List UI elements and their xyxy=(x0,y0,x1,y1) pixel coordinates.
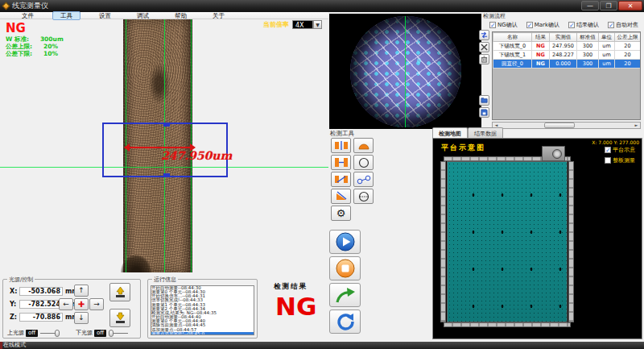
minimize-button[interactable]: — xyxy=(581,1,599,10)
table-cell: 20 xyxy=(615,42,641,51)
checkbox-icon[interactable]: ✓ xyxy=(608,22,614,28)
checkbox-icon[interactable]: ✓ xyxy=(605,147,611,153)
checkbox-平台示意[interactable]: ✓平台示意 xyxy=(605,146,635,154)
tool-linewidth-3[interactable] xyxy=(331,172,351,187)
map-coordinates: X: 7.000 Y: 277.000 xyxy=(592,139,639,145)
lower-light-state[interactable]: off xyxy=(94,330,106,337)
table-header-单位[interactable]: 单位 xyxy=(599,33,615,42)
tool-arc[interactable] xyxy=(353,138,374,153)
jog-right-button[interactable]: → xyxy=(89,298,104,310)
table-cell: NG xyxy=(532,60,550,69)
log-list[interactable]: 开始自动测量--08:44:30测量第0 个单元--08:44:30开始切换倍率… xyxy=(151,285,254,335)
scroll-thumb[interactable] xyxy=(544,123,575,128)
camera-param-row: W 标准:300um xyxy=(6,35,64,43)
table-cell: 10 xyxy=(641,60,642,69)
roi-tick-bottom xyxy=(163,173,170,177)
checkbox-Mark确认[interactable]: ✓Mark确认 xyxy=(526,21,559,29)
checkbox-icon[interactable]: ✓ xyxy=(489,22,496,28)
camera-view[interactable]: 247.950um NG W 标准:300um公差上限:20%公差下限:10% … xyxy=(0,19,328,272)
table-cell: 300 xyxy=(577,42,599,51)
menu-item-工具[interactable]: 工具 xyxy=(52,11,80,20)
map-checkboxes: ✓平台示意整板测量 xyxy=(605,146,635,167)
flow-icon-strip xyxy=(479,30,491,119)
table-header-公差上限[interactable]: 公差上限 xyxy=(615,33,641,42)
camera-params: W 标准:300um公差上限:20%公差下限:10% xyxy=(6,35,64,57)
table-cell: 300 xyxy=(577,51,599,60)
magnification-select[interactable]: 4X xyxy=(292,20,313,29)
stop-button[interactable] xyxy=(329,256,361,280)
menu-bar: 文件工具设置调试帮助关于 xyxy=(0,12,328,19)
magnification-dropdown-icon[interactable]: ▼ xyxy=(313,20,322,29)
table-row[interactable]: 圆直径_0NG0.000300um2010% xyxy=(493,60,642,69)
camera-lens-icon xyxy=(552,149,562,159)
menu-item-文件[interactable]: 文件 xyxy=(14,12,41,19)
menu-item-关于[interactable]: 关于 xyxy=(205,12,232,19)
delete-icon[interactable] xyxy=(479,42,489,52)
tool-diameter[interactable] xyxy=(353,189,374,204)
param-value: 20% xyxy=(43,43,58,50)
table-scrollbar[interactable]: ◄ ► xyxy=(492,122,641,129)
reset-button[interactable] xyxy=(329,310,361,334)
scroll-right-icon[interactable]: ► xyxy=(633,123,640,128)
menu-item-调试[interactable]: 调试 xyxy=(130,12,156,19)
checkbox-icon[interactable]: ✓ xyxy=(526,22,533,28)
checkbox-整板测量[interactable]: 整板测量 xyxy=(605,156,635,164)
table-cell: um xyxy=(599,42,615,51)
status-text: 在线模式 xyxy=(3,342,26,348)
maximize-button[interactable]: ❐ xyxy=(600,1,617,10)
camera-result-overlay: NG xyxy=(6,21,26,35)
start-measure-button[interactable] xyxy=(329,230,361,254)
settings-gear-icon[interactable]: ⚙ xyxy=(331,206,351,221)
checkbox-icon[interactable]: ✓ xyxy=(568,22,575,28)
save-icon[interactable] xyxy=(479,107,489,118)
bottom-panel: 光源/控制 X:-503.068mmY:-782.524mmZ:-70.886m… xyxy=(0,272,328,342)
table-header-名称[interactable]: 名称 xyxy=(493,33,532,42)
log-line[interactable]: 测量点添加完毕!--08:45:0 xyxy=(151,332,254,335)
table-cell: 10 xyxy=(641,42,642,51)
table-row[interactable]: 下锡线宽_0NG247.950300um2010% xyxy=(493,42,642,51)
checkbox-icon[interactable] xyxy=(605,157,611,164)
checkbox-NG确认[interactable]: ✓NG确认 xyxy=(489,21,518,29)
tool-circle[interactable] xyxy=(353,155,374,170)
tool-circle-distance[interactable] xyxy=(353,172,374,187)
z-up-button[interactable] xyxy=(109,283,130,301)
table-header-标准值[interactable]: 标准值 xyxy=(577,33,599,42)
checkbox-label: 平台示意 xyxy=(613,146,635,154)
axis-label: X: xyxy=(10,288,19,295)
platform-map[interactable]: 平台示意图 X: 7.000 Y: 277.000 ✓平台示意整板测量 xyxy=(432,138,642,339)
table-header-结果[interactable]: 结果 xyxy=(532,33,550,42)
tool-linewidth-1[interactable] xyxy=(331,138,351,153)
jog-down-button[interactable]: ↓ xyxy=(74,312,89,324)
menu-item-帮助[interactable]: 帮助 xyxy=(167,12,194,19)
close-button[interactable]: ✕ xyxy=(618,1,642,10)
checkbox-自动对焦[interactable]: ✓自动对焦 xyxy=(608,21,638,29)
table-header-实测值[interactable]: 实测值 xyxy=(550,33,577,42)
tools-grid: ⚙ xyxy=(331,138,376,222)
tab-inspection-map[interactable]: 检测地图 xyxy=(432,127,468,139)
table-cell: 下锡线宽_1 xyxy=(493,51,532,60)
jog-left-button[interactable]: ← xyxy=(59,298,73,310)
menu-item-设置[interactable]: 设置 xyxy=(92,12,118,19)
table-row[interactable]: 下锡线宽_1NG248.227300um2010% xyxy=(493,51,642,60)
trash-icon[interactable] xyxy=(479,54,489,64)
measure-arrow-left xyxy=(124,143,130,152)
z-down-button[interactable] xyxy=(109,309,130,327)
checkbox-结果确认[interactable]: ✓结果确认 xyxy=(568,21,599,29)
jog-up-button[interactable]: ↑ xyxy=(74,285,89,297)
table-cell: 0.000 xyxy=(550,60,577,69)
open-folder-icon[interactable] xyxy=(479,95,489,106)
export-button[interactable] xyxy=(329,283,361,307)
pcb-circle-image xyxy=(350,16,461,127)
table-header-公差下限[interactable]: 公差下限 xyxy=(641,33,642,42)
upper-light-state[interactable]: off xyxy=(26,330,38,337)
tool-linewidth-2[interactable] xyxy=(331,155,351,170)
transfer-icon[interactable] xyxy=(479,30,489,40)
lower-light-slider[interactable] xyxy=(109,330,128,337)
upper-light-slider[interactable] xyxy=(40,330,60,337)
control-group-title: 光源/控制 xyxy=(7,276,35,284)
tab-result-data[interactable]: 结果数据 xyxy=(468,127,503,139)
flow-table[interactable]: 名称结果实测值标准值单位公差上限公差下限 下锡线宽_0NG247.950300u… xyxy=(492,31,641,120)
app-logo-icon xyxy=(2,2,10,10)
tool-angle[interactable] xyxy=(331,189,351,204)
jog-center-button[interactable]: ✚ xyxy=(74,298,89,310)
